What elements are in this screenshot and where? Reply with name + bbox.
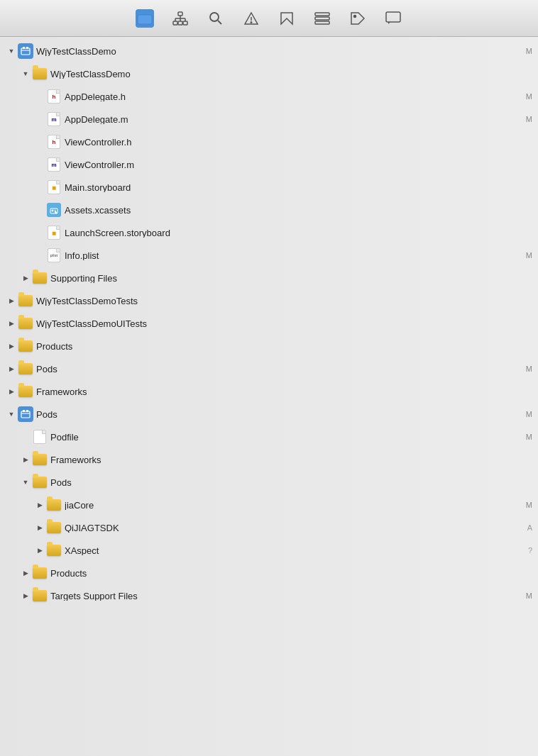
svg-point-12 [210,13,219,21]
icon-pods-project [18,407,33,421]
tree-item-root-project[interactable]: WjyTestClassDemoM [0,40,538,62]
svg-point-21 [354,15,356,17]
tree-item-jiacore-group[interactable]: jiaCoreM [0,494,538,516]
comment-icon[interactable] [384,9,402,28]
tree-item-viewcontroller-h[interactable]: hViewController.h [0,130,538,153]
label-launch-storyboard: LaunchScreen.storyboard [65,228,532,238]
badge-info-plist: M [526,251,532,260]
tree-item-xaspect-group[interactable]: XAspect? [0,539,538,562]
icon-pods-group2 [33,475,47,489]
label-appdelegate-m: AppDelegate.m [65,115,523,124]
tree-item-main-storyboard[interactable]: ■Main.storyboard [0,176,538,199]
label-products-group: Products [36,342,532,351]
icon-assets [47,203,61,217]
label-frameworks-group2: Frameworks [50,455,532,465]
tree-item-qijiagtsdk-group[interactable]: QiJIAGTSDKA [0,516,538,539]
disclosure-qijiagtsdk-group[interactable] [34,522,45,533]
icon-viewcontroller-m: m [47,157,61,172]
tree-item-tests-group[interactable]: WjyTestClassDemoTests [0,289,538,312]
svg-rect-22 [386,12,400,22]
label-pods-group2: Pods [50,478,532,487]
tree-item-products-group2[interactable]: Products [0,562,538,584]
disclosure-products-group2[interactable] [20,567,31,579]
tree-item-appdelegate-h[interactable]: hAppDelegate.hM [0,85,538,108]
disclosure-jiacore-group[interactable] [34,499,45,511]
tree-item-podfile[interactable]: PodfileM [0,426,538,448]
tree-item-info-plist[interactable]: plistInfo.plistM [0,244,538,267]
disclosure-frameworks-group-top[interactable] [6,386,17,397]
svg-point-16 [251,21,252,23]
disclosure-products-group[interactable] [6,340,17,352]
badge-appdelegate-m: M [526,115,532,123]
disclosure-targets-support[interactable] [20,590,31,601]
tree-item-products-group[interactable]: Products [0,335,538,357]
tree-item-uitests-group[interactable]: WjyTestClassDemoUITests [0,312,538,335]
tree-item-frameworks-group2[interactable]: Frameworks [0,448,538,471]
label-supporting-files: Supporting Files [50,274,532,283]
label-main-group: WjyTestClassDemo [50,70,532,79]
badge-podfile: M [526,433,532,441]
disclosure-pods-group-top[interactable] [6,363,17,374]
label-jiacore-group: jiaCore [65,501,523,510]
icon-appdelegate-m: m [47,112,61,126]
svg-rect-25 [23,47,25,49]
icon-supporting-files [33,271,47,285]
tree-item-appdelegate-m[interactable]: mAppDelegate.mM [0,108,538,130]
label-frameworks-group-top: Frameworks [36,387,532,396]
icon-viewcontroller-h: h [47,135,61,149]
tree-item-targets-support[interactable]: Targets Support FilesM [0,584,538,607]
badge-pods-project: M [526,410,532,418]
disclosure-root-project[interactable] [6,45,17,57]
label-uitests-group: WjyTestClassDemoUITests [36,319,532,328]
icon-frameworks-group-top [18,384,33,399]
svg-rect-32 [26,410,28,412]
disclosure-main-group[interactable] [20,68,31,79]
disclosure-pods-project[interactable] [6,408,17,420]
tree-item-viewcontroller-m[interactable]: mViewController.m [0,153,538,176]
disclosure-frameworks-group2[interactable] [20,454,31,465]
disclosure-supporting-files[interactable] [20,272,31,284]
svg-rect-3 [178,12,182,16]
label-xaspect-group: XAspect [65,546,525,555]
svg-line-13 [218,21,221,24]
warning-icon[interactable] [242,9,260,28]
disclosure-tests-group[interactable] [6,295,17,306]
tree-item-main-group[interactable]: WjyTestClassDemo [0,62,538,85]
tree-item-pods-project[interactable]: PodsM [0,403,538,426]
disclosure-pods-group2[interactable] [20,477,31,488]
icon-xaspect-group [47,543,61,557]
svg-rect-4 [173,21,177,25]
tree-item-supporting-files[interactable]: Supporting Files [0,267,538,289]
icon-main-group [33,67,47,81]
file-tree: WjyTestClassDemoMWjyTestClassDemohAppDel… [0,37,538,756]
search-icon[interactable] [207,9,225,28]
label-tests-group: WjyTestClassDemoTests [36,296,532,306]
disclosure-uitests-group[interactable] [6,318,17,329]
svg-rect-19 [315,17,329,20]
tree-item-frameworks-group-top[interactable]: Frameworks [0,380,538,403]
icon-main-storyboard: ■ [47,180,61,194]
svg-rect-2 [138,15,152,24]
tree-item-pods-group-top[interactable]: PodsM [0,357,538,380]
list-icon[interactable] [313,9,331,28]
icon-root-project [18,44,33,58]
badge-xaspect-group: ? [528,546,532,555]
badge-jiacore-group: M [526,501,532,509]
badge-pods-group-top: M [526,365,532,373]
tree-item-pods-group2[interactable]: Pods [0,471,538,494]
toolbar [0,0,538,37]
hierarchy-icon[interactable] [171,9,190,28]
icon-products-group2 [33,566,47,580]
label-viewcontroller-h: ViewController.h [65,138,532,147]
icon-info-plist: plist [47,248,61,262]
disclosure-xaspect-group[interactable] [34,545,45,556]
icon-appdelegate-h: h [47,89,61,104]
icon-frameworks-group2 [33,452,47,467]
tag-icon[interactable] [348,9,367,28]
tree-item-assets[interactable]: Assets.xcassets [0,199,538,221]
tree-item-launch-storyboard[interactable]: ■LaunchScreen.storyboard [0,221,538,244]
filter-icon[interactable] [278,9,296,28]
label-viewcontroller-m: ViewController.m [65,160,532,169]
icon-launch-storyboard: ■ [47,226,61,240]
folder-icon[interactable] [136,9,154,28]
